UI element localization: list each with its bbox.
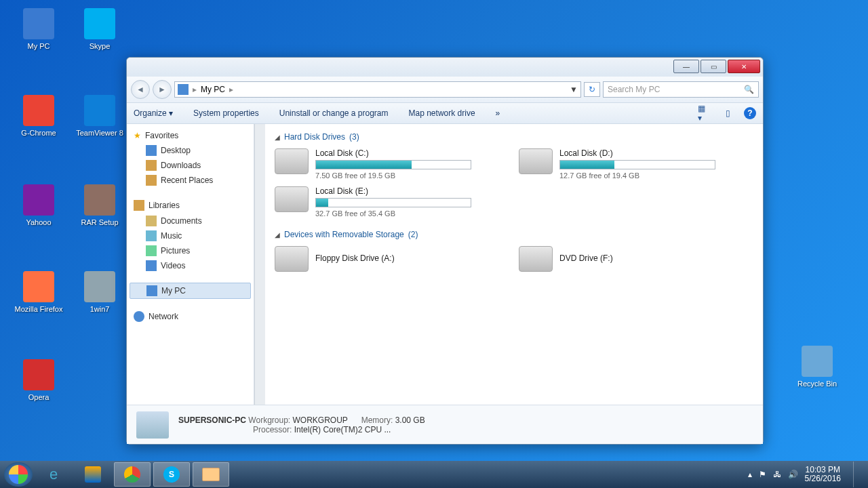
view-options-button[interactable]: ▦ ▾	[698, 106, 711, 120]
app-icon	[84, 8, 115, 39]
details-pane: SUPERSONIC-PC Workgroup: WORKGROUP Memor…	[127, 405, 763, 444]
taskbar-skype[interactable]: S	[153, 462, 190, 487]
start-button[interactable]	[4, 462, 33, 487]
sidebar-item-mypc[interactable]: My PC	[130, 283, 251, 299]
desktop-icon[interactable]: 1win7	[73, 271, 126, 314]
app-icon	[23, 184, 54, 216]
drive-name: Floppy Disk Drive (A:)	[315, 253, 395, 263]
close-button[interactable]: ✕	[728, 60, 760, 73]
icon-label: 1win7	[73, 305, 126, 314]
app-icon	[802, 346, 833, 377]
capacity-bar	[315, 198, 471, 207]
desktop-icon[interactable]: Yahooo	[12, 184, 65, 227]
taskbar-chrome[interactable]	[114, 462, 151, 487]
desktop-icon[interactable]: RAR Setup	[73, 184, 126, 227]
drive-name: Local Disk (D:)	[559, 148, 736, 158]
windows-orb-icon	[9, 465, 28, 484]
drive-name: Local Disk (E:)	[315, 186, 492, 196]
hdd-group-header[interactable]: ◢Hard Disk Drives (3)	[275, 132, 753, 142]
drive-item[interactable]: Local Disk (C:)7.50 GB free of 19.5 GB	[275, 148, 492, 180]
action-center-icon[interactable]: ⚑	[759, 470, 766, 479]
sidebar-item-downloads[interactable]: Downloads	[127, 158, 254, 173]
show-desktop-button[interactable]	[853, 462, 860, 487]
capacity-bar	[315, 160, 471, 169]
preview-pane-button[interactable]: ▯	[721, 106, 734, 120]
sidebar-item-pictures[interactable]: Pictures	[127, 243, 254, 258]
taskbar-ie[interactable]: e	[35, 462, 72, 487]
drive-icon	[519, 148, 553, 174]
desktop-icon[interactable]: G-Chrome	[12, 95, 65, 138]
app-icon	[84, 184, 115, 216]
forward-button[interactable]: ►	[153, 80, 172, 99]
sidebar-item-documents[interactable]: Documents	[127, 214, 254, 228]
taskbar-mediaplayer[interactable]	[75, 462, 111, 487]
icon-label: RAR Setup	[73, 218, 126, 227]
system-tray: ▴ ⚑ 🖧 🔊 10:03 PM5/26/2016	[748, 462, 864, 487]
removable-group-header[interactable]: ◢Devices with Removable Storage (2)	[275, 230, 753, 239]
drive-item[interactable]: Local Disk (D:)12.7 GB free of 19.4 GB	[519, 148, 736, 180]
icon-label: G-Chrome	[12, 129, 65, 138]
explorer-window: — ▭ ✕ ◄ ► ▸ My PC ▸ ▼ ↻ Search My PC 🔍 O…	[126, 57, 764, 445]
sidebar-item-recent[interactable]: Recent Places	[127, 173, 254, 188]
app-icon	[84, 95, 115, 126]
libraries-header[interactable]: Libraries	[127, 197, 254, 214]
address-bar[interactable]: ▸ My PC ▸ ▼	[174, 81, 581, 98]
minimize-button[interactable]: —	[673, 60, 699, 73]
titlebar[interactable]: — ▭ ✕	[127, 58, 763, 77]
clock[interactable]: 10:03 PM5/26/2016	[805, 466, 841, 483]
uninstall-program-button[interactable]: Uninstall or change a program	[279, 108, 389, 118]
icon-label: Opera	[12, 393, 65, 402]
drive-name: Local Disk (C:)	[315, 148, 492, 158]
sidebar-item-desktop[interactable]: Desktop	[127, 143, 254, 158]
drive-free: 7.50 GB free of 19.5 GB	[315, 171, 492, 180]
back-button[interactable]: ◄	[131, 80, 150, 99]
toolbar-overflow[interactable]: »	[496, 108, 500, 118]
icon-label: TeamViewer 8	[73, 129, 126, 138]
app-icon	[84, 271, 115, 302]
volume-icon[interactable]: 🔊	[788, 470, 798, 479]
desktop-icon[interactable]: Recycle Bin	[791, 346, 844, 388]
drive-free: 12.7 GB free of 19.4 GB	[559, 171, 736, 180]
favorites-header[interactable]: ★Favorites	[127, 128, 254, 143]
tray-expand-icon[interactable]: ▴	[748, 470, 752, 479]
sidebar-item-network[interactable]: Network	[127, 308, 254, 325]
search-placeholder: Search My PC	[608, 85, 660, 94]
help-button[interactable]: ?	[744, 107, 756, 119]
app-icon	[23, 271, 54, 302]
icon-label: Mozilla Firefox	[12, 305, 65, 314]
taskbar-explorer[interactable]	[193, 462, 229, 487]
desktop-icon[interactable]: Opera	[12, 359, 65, 402]
app-icon	[23, 8, 54, 39]
drive-item[interactable]: Floppy Disk Drive (A:)	[275, 246, 492, 272]
computer-icon	[136, 411, 169, 439]
nav-scrollbar[interactable]	[254, 124, 265, 405]
drive-item[interactable]: Local Disk (E:)32.7 GB free of 35.4 GB	[275, 186, 492, 218]
sidebar-item-music[interactable]: Music	[127, 228, 254, 243]
desktop-icon[interactable]: My PC	[12, 8, 65, 51]
icon-label: Recycle Bin	[791, 380, 844, 388]
drive-icon	[275, 148, 309, 174]
desktop-icon[interactable]: Skype	[73, 8, 126, 51]
icon-label: Yahooo	[12, 218, 65, 227]
computer-name: SUPERSONIC-PC	[178, 415, 246, 425]
icon-label: Skype	[73, 42, 126, 51]
map-network-drive-button[interactable]: Map network drive	[409, 108, 475, 118]
desktop-icon[interactable]: Mozilla Firefox	[12, 271, 65, 314]
drive-icon	[519, 246, 553, 272]
drive-item[interactable]: DVD Drive (F:)	[519, 246, 736, 272]
search-box[interactable]: Search My PC 🔍	[603, 81, 759, 98]
app-icon	[23, 95, 54, 126]
nav-pane: ★Favorites Desktop Downloads Recent Plac…	[127, 124, 254, 405]
sidebar-item-videos[interactable]: Videos	[127, 258, 254, 273]
refresh-button[interactable]: ↻	[584, 82, 600, 97]
drive-icon	[275, 246, 309, 272]
breadcrumb-root[interactable]: My PC	[201, 85, 225, 94]
maximize-button[interactable]: ▭	[701, 60, 726, 73]
address-dropdown[interactable]: ▼	[570, 85, 578, 94]
organize-menu[interactable]: Organize ▾	[134, 108, 173, 118]
network-icon[interactable]: 🖧	[773, 470, 781, 479]
desktop-icon[interactable]: TeamViewer 8	[73, 95, 126, 138]
system-properties-button[interactable]: System properties	[193, 108, 259, 118]
toolbar: Organize ▾ System properties Uninstall o…	[127, 102, 763, 124]
breadcrumb-sep: ▸	[229, 85, 233, 94]
